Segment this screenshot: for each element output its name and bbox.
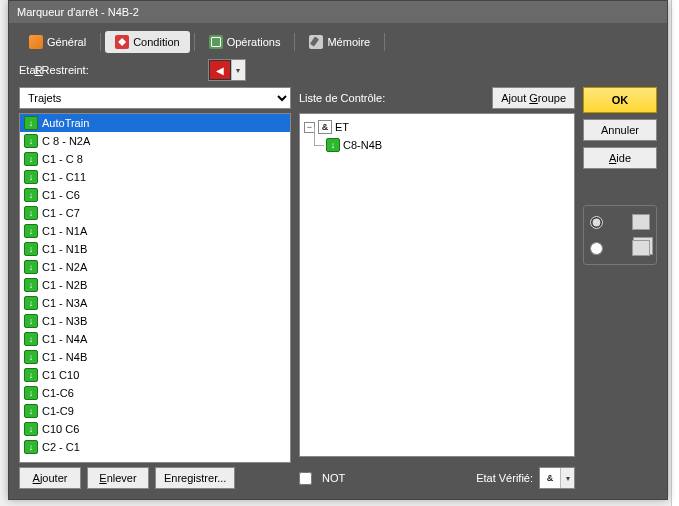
list-item[interactable]: C1 - C11: [20, 168, 290, 186]
list-item-label: C1 - C7: [42, 207, 80, 219]
add-group-button[interactable]: Ajout Groupe: [492, 87, 575, 109]
list-item-label: C1 - N4A: [42, 333, 87, 345]
main-area: Trajets AutoTrainC 8 - N2AC1 - C 8C1 - C…: [19, 87, 657, 489]
list-item[interactable]: C1 - N1A: [20, 222, 290, 240]
list-item[interactable]: AutoTrain: [20, 114, 290, 132]
add-button[interactable]: Ajouter: [19, 467, 81, 489]
chevron-down-icon: ▾: [560, 468, 574, 488]
list-item[interactable]: C10 C6: [20, 420, 290, 438]
help-button[interactable]: Aide: [583, 147, 657, 169]
list-item-label: C1-C9: [42, 405, 74, 417]
not-checkbox[interactable]: [299, 472, 312, 485]
list-item[interactable]: C1 C10: [20, 366, 290, 384]
route-icon: [24, 116, 38, 130]
list-item-label: C1 - C11: [42, 171, 86, 183]
tab-memory[interactable]: Mémoire: [299, 31, 380, 53]
route-icon: [24, 368, 38, 382]
list-item[interactable]: C1 - N1B: [20, 240, 290, 258]
list-item[interactable]: C1-C6: [20, 384, 290, 402]
restricted-row: Etat Restreint: R ◀ ▾: [19, 59, 657, 81]
list-item[interactable]: C2 - C1: [20, 438, 290, 456]
and-operator-icon: &: [543, 471, 557, 485]
view-mode-group: [583, 205, 657, 265]
list-item-label: C1 - N1B: [42, 243, 87, 255]
chevron-down-icon: ▾: [231, 60, 245, 80]
list-item[interactable]: C1 - C6: [20, 186, 290, 204]
list-item-label: C2 - C1: [42, 441, 80, 453]
list-item-label: C1 - N4B: [42, 351, 87, 363]
list-item[interactable]: C1 - C7: [20, 204, 290, 222]
tab-label: Mémoire: [327, 36, 370, 48]
multi-page-icon: [632, 240, 650, 256]
route-icon: [24, 350, 38, 364]
cancel-button[interactable]: Annuler: [583, 119, 657, 141]
tab-operations[interactable]: Opérations: [199, 31, 291, 53]
tree-child-label: C8-N4B: [343, 139, 382, 151]
list-item[interactable]: C1 - N2B: [20, 276, 290, 294]
list-item[interactable]: C1 - N4B: [20, 348, 290, 366]
route-icon: [326, 138, 340, 152]
single-page-icon: [632, 214, 650, 230]
tree-child-row: C8-N4B: [326, 136, 570, 154]
control-tree[interactable]: − & ET C8-N4B: [299, 113, 575, 457]
route-icon: [24, 242, 38, 256]
tree-root[interactable]: − & ET: [304, 118, 570, 136]
middle-column: Liste de Contrôle: Ajout Groupe − & ET C…: [299, 87, 575, 489]
list-item[interactable]: C 8 - N2A: [20, 132, 290, 150]
list-item-label: C1 - N3B: [42, 315, 87, 327]
route-icon: [24, 332, 38, 346]
tab-label: Général: [47, 36, 86, 48]
route-icon: [24, 296, 38, 310]
dialog-window: Marqueur d'arrêt - N4B-2 Général Conditi…: [8, 0, 668, 500]
list-item[interactable]: C1 - N2A: [20, 258, 290, 276]
tree-child[interactable]: C8-N4B: [326, 136, 570, 154]
list-item-label: C1 - N1A: [42, 225, 87, 237]
tab-separator: [294, 33, 295, 51]
tab-condition[interactable]: Condition: [105, 31, 189, 53]
tree-root-label: ET: [335, 121, 349, 133]
ok-button[interactable]: OK: [583, 87, 657, 113]
tab-general[interactable]: Général: [19, 31, 96, 53]
verified-label: Etat Vérifié:: [476, 472, 533, 484]
general-icon: [29, 35, 43, 49]
stop-icon: ◀: [209, 60, 231, 80]
control-list-label: Liste de Contrôle:: [299, 92, 385, 104]
route-icon: [24, 386, 38, 400]
tab-separator: [100, 33, 101, 51]
list-item-label: C1 - N2B: [42, 279, 87, 291]
left-column: Trajets AutoTrainC 8 - N2AC1 - C 8C1 - C…: [19, 87, 291, 489]
verified-state: Etat Vérifié: & ▾: [476, 467, 575, 489]
list-item[interactable]: C1 - N3B: [20, 312, 290, 330]
window-title: Marqueur d'arrêt - N4B-2: [9, 1, 667, 23]
list-item[interactable]: C1 - N4A: [20, 330, 290, 348]
list-item[interactable]: C1 - N3A: [20, 294, 290, 312]
category-combo[interactable]: Trajets: [19, 87, 291, 109]
not-label: NOT: [322, 472, 345, 484]
list-item[interactable]: C1-C9: [20, 402, 290, 420]
tab-label: Condition: [133, 36, 179, 48]
condition-icon: [115, 35, 129, 49]
verified-combo[interactable]: & ▾: [539, 467, 575, 489]
restricted-state-combo[interactable]: ◀ ▾: [208, 59, 246, 81]
control-list-header: Liste de Contrôle: Ajout Groupe: [299, 87, 575, 109]
list-item-label: C1-C6: [42, 387, 74, 399]
bottom-row: NOT Etat Vérifié: & ▾: [299, 461, 575, 489]
list-item-label: C10 C6: [42, 423, 79, 435]
route-icon: [24, 152, 38, 166]
memory-icon: [309, 35, 323, 49]
list-item-label: C1 - C6: [42, 189, 80, 201]
list-item-label: C1 - N3A: [42, 297, 87, 309]
remove-button[interactable]: Enlever: [87, 467, 149, 489]
save-button[interactable]: Enregistrer...: [155, 467, 235, 489]
restricted-label: Etat Restreint: R: [19, 64, 100, 76]
list-item[interactable]: C1 - C 8: [20, 150, 290, 168]
view-mode-single-radio[interactable]: [590, 216, 603, 229]
view-mode-multi-radio[interactable]: [590, 242, 603, 255]
and-operator-icon: &: [318, 120, 332, 134]
client-area: Général Condition Opérations Mémoire Eta…: [9, 23, 667, 499]
route-list-container: AutoTrainC 8 - N2AC1 - C 8C1 - C11C1 - C…: [19, 113, 291, 463]
operations-icon: [209, 35, 223, 49]
tab-label: Opérations: [227, 36, 281, 48]
route-list[interactable]: AutoTrainC 8 - N2AC1 - C 8C1 - C11C1 - C…: [20, 114, 290, 462]
list-item-label: C1 - C 8: [42, 153, 83, 165]
